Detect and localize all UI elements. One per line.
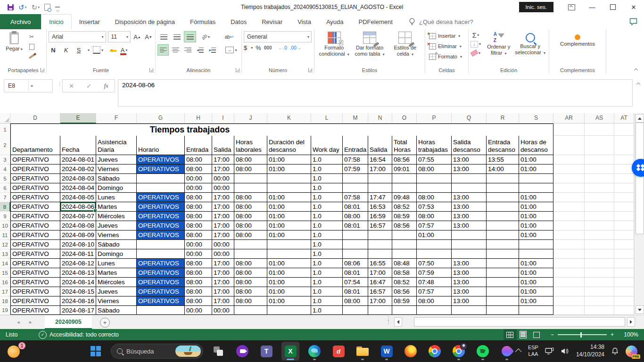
increase-decimal-button[interactable]: ←.0	[279, 45, 287, 50]
header-cell-G2[interactable]: Horario	[137, 136, 185, 155]
ribbon-tab-insertar[interactable]: Insertar	[72, 14, 107, 29]
cell-G4[interactable]: OPERATIVOS	[137, 165, 185, 174]
cell-AR[interactable]	[553, 278, 585, 287]
cell-AT[interactable]	[614, 230, 634, 240]
row-header-14[interactable]: 14	[0, 259, 10, 268]
cell-D12[interactable]: OPERATIVO	[10, 240, 60, 249]
cell-O13[interactable]	[392, 249, 417, 259]
conditional-formatting-button[interactable]: Formato condicional ▾	[316, 31, 352, 66]
cell-Q5[interactable]	[452, 174, 487, 183]
cell-N12[interactable]	[368, 240, 392, 249]
cell-I15[interactable]: 17:00	[212, 268, 234, 278]
cell-S10[interactable]: 01:00	[519, 221, 553, 230]
cell-J5[interactable]	[234, 174, 267, 183]
spotify-button[interactable]	[474, 342, 492, 361]
cell-D5[interactable]: OPERATIVO	[10, 174, 60, 183]
cell-R7[interactable]	[487, 193, 519, 202]
cell-E13[interactable]: 2024-08-11	[60, 249, 96, 259]
cell-G8[interactable]: OPERATIVOS	[137, 202, 185, 212]
cell-G10[interactable]: OPERATIVOS	[137, 221, 185, 230]
cell-AS[interactable]	[585, 136, 614, 155]
tab-area-split-handle[interactable]: ⋮⋮	[386, 317, 391, 323]
zoom-slider[interactable]	[558, 334, 607, 335]
cell-L11[interactable]: 1.0	[311, 230, 343, 240]
cell-Q17[interactable]: 13:00	[452, 287, 487, 296]
cell-Q13[interactable]	[452, 249, 487, 259]
cell-AR[interactable]	[553, 202, 585, 212]
cell-K9[interactable]: 01:00	[267, 212, 311, 221]
column-header-F[interactable]: F	[96, 113, 137, 123]
cell-R11[interactable]	[487, 230, 519, 240]
cell-M19[interactable]	[343, 306, 368, 315]
cell-L6[interactable]: 1.0	[311, 183, 343, 193]
cell-Q16[interactable]: 13:00	[452, 278, 487, 287]
cell-L12[interactable]: 1.0	[311, 240, 343, 249]
cell-R5[interactable]	[487, 174, 519, 183]
cell-L19[interactable]: 1.0	[311, 306, 343, 315]
cell-M8[interactable]: 08:01	[343, 202, 368, 212]
cell-D4[interactable]: OPERATIVO	[10, 165, 60, 174]
cell-N4[interactable]: 17:00	[368, 165, 392, 174]
cell-P9[interactable]: 08:00	[417, 212, 452, 221]
cell-S7[interactable]: 01:00	[519, 193, 553, 202]
accessibility-status[interactable]: ✓ Accesibilidad: todo correcto	[39, 331, 119, 339]
cell-N15[interactable]: 17:00	[368, 268, 392, 278]
cell-E12[interactable]: 2024-08-10	[60, 240, 96, 249]
cell-G19[interactable]	[137, 306, 185, 315]
column-header-O[interactable]: O	[392, 113, 417, 123]
cell-D6[interactable]: OPERATIVO	[10, 183, 60, 193]
cell-D13[interactable]: OPERATIVO	[10, 249, 60, 259]
cell-O10[interactable]: 08:56	[392, 221, 417, 230]
align-bottom-button[interactable]	[184, 31, 196, 42]
sign-in-button[interactable]: Inic. ses.	[519, 2, 553, 12]
row-header-18[interactable]: 18	[0, 296, 10, 306]
taskbar-search[interactable]: Búsqueda	[111, 344, 203, 359]
underline-dropdown-icon[interactable]: ▾	[88, 48, 90, 52]
cell-F18[interactable]: Viernes	[96, 296, 137, 306]
cell-AT[interactable]	[614, 183, 634, 193]
cell-I16[interactable]: 17:00	[212, 278, 234, 287]
page-layout-view-button[interactable]	[517, 329, 530, 340]
cell-L8[interactable]: 1.0	[311, 202, 343, 212]
cell-AS[interactable]	[585, 221, 614, 230]
cell-R4[interactable]: 14:00	[487, 165, 519, 174]
cell-AR[interactable]	[553, 287, 585, 296]
cell-AS[interactable]	[585, 296, 614, 306]
cell-H9[interactable]: 08:00	[185, 212, 212, 221]
shrink-font-button[interactable]: A▼	[144, 32, 153, 42]
cell-M11[interactable]	[343, 230, 368, 240]
cell-J3[interactable]: 08:00	[234, 155, 267, 165]
cell-AT[interactable]	[614, 221, 634, 230]
cell-N7[interactable]: 17:47	[368, 193, 392, 202]
paint-drop-app-button[interactable]	[498, 342, 516, 361]
horizontal-scroll-thumb[interactable]	[414, 317, 625, 327]
clipboard-dialog-launcher[interactable]	[41, 68, 45, 72]
delete-cells-button[interactable]: Eliminar▾	[429, 41, 466, 51]
cell-J16[interactable]: 08:00	[234, 278, 267, 287]
widgets-button[interactable]: 1	[8, 343, 25, 359]
alignment-dialog-launcher[interactable]	[236, 68, 240, 72]
zoom-slider-thumb[interactable]	[580, 332, 582, 337]
header-cell-Q2[interactable]: Salida descanso	[452, 136, 487, 155]
cell-R10[interactable]	[487, 221, 519, 230]
merge-center-button[interactable]: ↔▾	[223, 44, 239, 56]
cell-AS[interactable]	[585, 306, 614, 315]
cell-P6[interactable]	[417, 183, 452, 193]
font-color-button[interactable]: A▾	[119, 45, 129, 55]
cell-K10[interactable]: 01:00	[267, 221, 311, 230]
cell-P12[interactable]	[417, 240, 452, 249]
cell-O3[interactable]: 08:56	[392, 155, 417, 165]
cell-O5[interactable]	[392, 174, 417, 183]
cell-J9[interactable]: 08:00	[234, 212, 267, 221]
cell-S6[interactable]	[519, 183, 553, 193]
comments-button[interactable]	[629, 18, 637, 27]
currency-format-button[interactable]: $	[244, 44, 247, 51]
cell-G3[interactable]: OPERATIVOS	[137, 155, 185, 165]
cell-F6[interactable]: Domingo	[96, 183, 137, 193]
cell-M13[interactable]	[343, 249, 368, 259]
header-cell-H2[interactable]: Entrada	[185, 136, 212, 155]
cell-J8[interactable]: 08:00	[234, 202, 267, 212]
cell-Q4[interactable]: 13:00	[452, 165, 487, 174]
cell-AS[interactable]	[585, 212, 614, 221]
cell-K3[interactable]: 01:00	[267, 155, 311, 165]
